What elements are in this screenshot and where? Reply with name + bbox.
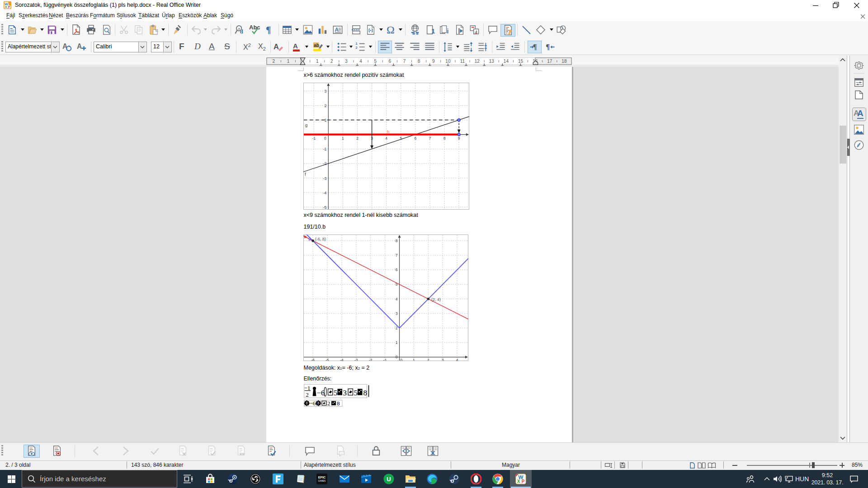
svg-text:-1: -1: [312, 136, 316, 140]
svg-text:18: 18: [561, 59, 567, 64]
svg-text:h: h: [387, 129, 389, 134]
svg-text:10: 10: [445, 59, 451, 64]
svg-text:-4: -4: [340, 358, 344, 361]
svg-text:(-6, 8): (-6, 8): [315, 237, 326, 241]
svg-text:A: A: [293, 42, 298, 50]
svg-text:-1: -1: [323, 147, 327, 151]
svg-text:1: 1: [413, 358, 415, 361]
svg-text:X: X: [517, 479, 520, 484]
svg-text:EPIC: EPIC: [318, 476, 326, 479]
svg-text:9: 9: [432, 59, 435, 64]
svg-text:7: 7: [403, 59, 406, 64]
svg-text:A: A: [335, 27, 339, 33]
svg-text:¶: ¶: [533, 42, 537, 51]
svg-text:0: 0: [400, 358, 402, 361]
svg-text:2: 2: [330, 59, 333, 64]
svg-text:−6: −6: [309, 400, 316, 407]
svg-text:1: 1: [396, 340, 398, 345]
svg-text:-2: -2: [369, 358, 373, 361]
svg-text:7: 7: [429, 136, 431, 140]
svg-text:8: 8: [363, 388, 367, 397]
svg-text:6: 6: [389, 59, 392, 64]
svg-text:-5: -5: [326, 358, 329, 361]
svg-text:6: 6: [396, 267, 398, 272]
svg-text:-6: -6: [311, 358, 315, 361]
svg-text:7: 7: [396, 253, 398, 258]
svg-text:8: 8: [396, 239, 398, 243]
svg-text:-3: -3: [354, 358, 358, 361]
svg-text:A: A: [77, 42, 82, 50]
svg-text:−1: −1: [304, 384, 310, 391]
svg-text:2: 2: [306, 391, 309, 398]
svg-text:-5: -5: [323, 205, 327, 209]
svg-text:0: 0: [396, 355, 398, 359]
svg-text:-3: -3: [323, 176, 327, 180]
svg-text:14: 14: [504, 59, 509, 64]
svg-text:8: 8: [443, 136, 446, 140]
svg-text:2: 2: [356, 136, 359, 140]
svg-text:X: X: [5, 5, 7, 9]
svg-text:4: 4: [396, 297, 398, 301]
svg-text:1: 1: [316, 59, 319, 64]
svg-text:P: P: [8, 5, 10, 9]
svg-text:U: U: [387, 476, 391, 483]
svg-text:8: 8: [306, 401, 307, 405]
svg-text:(2, 4): (2, 4): [431, 297, 441, 302]
svg-text:2: 2: [325, 103, 327, 108]
svg-text:3: 3: [396, 311, 398, 316]
svg-text:8: 8: [337, 400, 340, 407]
svg-text:1: 1: [432, 28, 435, 35]
svg-text:8: 8: [418, 59, 420, 64]
svg-text:1: 1: [287, 59, 290, 64]
svg-text:ab: ab: [314, 42, 319, 48]
svg-text:i: i: [447, 28, 448, 35]
svg-text:0: 0: [324, 136, 326, 140]
svg-text:-4: -4: [323, 190, 327, 195]
svg-text:GAMES: GAMES: [318, 480, 326, 482]
svg-text:17: 17: [547, 59, 552, 64]
svg-text:6: 6: [415, 136, 417, 140]
svg-text:12: 12: [475, 59, 480, 64]
svg-text:2: 2: [427, 358, 429, 361]
svg-text:5: 5: [334, 388, 338, 397]
svg-text:g: g: [308, 236, 311, 241]
svg-text:3: 3: [345, 59, 348, 64]
svg-text:1: 1: [342, 136, 344, 140]
svg-text:¶: ¶: [546, 42, 550, 51]
svg-text:4: 4: [385, 136, 387, 140]
svg-text:3: 3: [343, 388, 347, 397]
svg-text:4: 4: [359, 59, 362, 64]
svg-text:2: 2: [356, 46, 358, 50]
svg-text:13: 13: [489, 59, 495, 64]
svg-text:5: 5: [374, 59, 377, 64]
svg-text:d: d: [240, 28, 243, 35]
svg-text:−6: −6: [316, 388, 325, 397]
svg-text:9: 9: [458, 136, 460, 140]
svg-text:Ω: Ω: [387, 25, 395, 35]
svg-text:15: 15: [518, 59, 524, 64]
svg-text:¶: ¶: [266, 25, 271, 35]
svg-text:A: A: [274, 42, 279, 51]
svg-text:f: f: [305, 172, 306, 177]
svg-text:2: 2: [273, 59, 275, 64]
svg-text:11: 11: [460, 59, 465, 64]
svg-text:3: 3: [442, 358, 444, 361]
svg-text:2: 2: [327, 400, 330, 407]
svg-text:-1: -1: [383, 358, 387, 361]
svg-text:4: 4: [456, 358, 458, 361]
svg-text:5: 5: [354, 388, 358, 397]
svg-text:g: g: [305, 122, 307, 127]
svg-text:P: P: [522, 479, 525, 484]
svg-text:Abc: Abc: [249, 25, 260, 31]
svg-text:8: 8: [317, 401, 319, 405]
svg-text:3: 3: [325, 89, 327, 93]
